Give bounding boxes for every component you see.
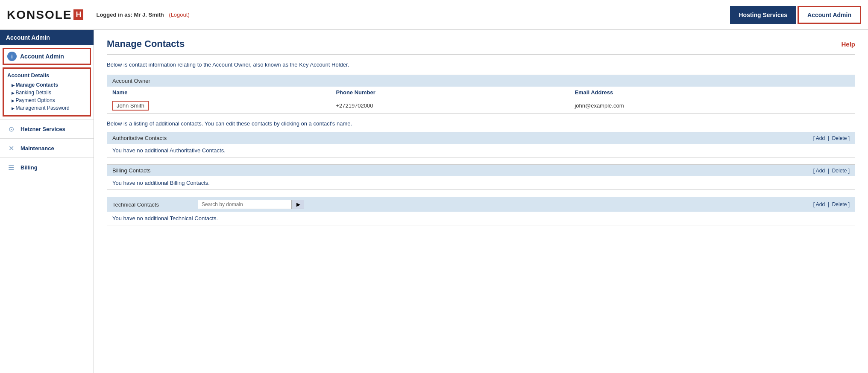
sidebar-link-banking-details[interactable]: Banking Details: [7, 89, 86, 96]
technical-actions: [ Add | Delete ]: [813, 201, 850, 207]
account-owner-table: Name Phone Number Email Address John Smi…: [107, 87, 855, 113]
page-title: Manage Contacts: [107, 38, 185, 50]
sidebar-section-billing-label: Billing: [21, 164, 38, 171]
col-email: Email Address: [569, 87, 855, 98]
sidebar-link-payment-options[interactable]: Payment Options: [7, 96, 86, 104]
login-info: Logged in as: Mr J. Smith (Logout): [96, 12, 730, 18]
logo-text: KONSOLE: [7, 8, 72, 22]
search-domain-area: ▶: [198, 200, 813, 209]
sidebar-section-maintenance-label: Maintenance: [21, 145, 54, 152]
authoritative-actions: [ Add | Delete ]: [813, 135, 850, 141]
header: KONSOLE H Logged in as: Mr J. Smith (Log…: [0, 0, 868, 30]
info-icon: i: [7, 52, 17, 61]
sidebar-header: Account Admin: [0, 30, 94, 45]
authoritative-add-link[interactable]: Add: [816, 135, 825, 141]
billing-label: Billing Contacts: [112, 167, 151, 174]
sidebar-section-hetzner-label: Hetzner Services: [21, 126, 65, 132]
intro-text: Below is contact information relating to…: [107, 61, 855, 68]
listing-text: Below is a listing of additional contact…: [107, 120, 855, 127]
col-name: Name: [107, 87, 331, 98]
technical-empty-text: You have no additional Technical Contact…: [107, 212, 855, 225]
tech-header-row: Technical Contacts ▶ [ Add | Delete ]: [112, 200, 850, 209]
billing-empty-text: You have no additional Billing Contacts.: [107, 176, 855, 189]
sidebar-account-admin-item[interactable]: i Account Admin: [3, 48, 91, 65]
logout-link[interactable]: (Logout): [169, 12, 189, 18]
account-details-section: Account Details Manage Contacts Banking …: [3, 67, 91, 117]
billing-add-link[interactable]: Add: [816, 168, 825, 174]
account-admin-button[interactable]: Account Admin: [798, 6, 861, 24]
col-phone: Phone Number: [331, 87, 569, 98]
sidebar-account-admin-label: Account Admin: [20, 53, 64, 60]
billing-icon: ☰: [6, 162, 16, 172]
billing-contacts-section: Billing Contacts [ Add | Delete ] You ha…: [107, 164, 855, 190]
logo-area: KONSOLE H: [7, 8, 83, 22]
billing-header: Billing Contacts [ Add | Delete ]: [107, 165, 855, 176]
owner-name-cell[interactable]: John Smith: [107, 98, 331, 113]
authoritative-delete-link[interactable]: Delete: [832, 135, 847, 141]
maintenance-icon: ✕: [6, 143, 16, 153]
table-row: John Smith +27219702000 john@example.com: [107, 98, 855, 113]
owner-email: john@example.com: [569, 98, 855, 113]
technical-header: Technical Contacts ▶ [ Add | Delete ]: [107, 197, 855, 212]
owner-phone: +27219702000: [331, 98, 569, 113]
header-nav: Hosting Services Account Admin: [730, 6, 861, 24]
hetzner-icon: ⊙: [6, 124, 16, 134]
user-name: Mr J. Smith: [134, 12, 164, 18]
sidebar-link-management-password[interactable]: Management Password: [7, 104, 86, 112]
technical-delete-link[interactable]: Delete: [832, 201, 847, 207]
help-link[interactable]: Help: [841, 41, 855, 48]
main-content: Manage Contacts Help Below is contact in…: [94, 30, 868, 373]
owner-name[interactable]: John Smith: [112, 101, 149, 111]
account-owner-label: Account Owner: [112, 78, 150, 84]
account-details-title: Account Details: [7, 72, 86, 79]
logo-box: H: [73, 9, 83, 20]
billing-delete-link[interactable]: Delete: [832, 168, 847, 174]
billing-actions: [ Add | Delete ]: [813, 168, 850, 174]
technical-contacts-section: Technical Contacts ▶ [ Add | Delete ] Yo…: [107, 197, 855, 225]
sidebar-section-maintenance[interactable]: ✕ Maintenance: [0, 138, 94, 157]
hosting-services-button[interactable]: Hosting Services: [730, 6, 796, 24]
search-domain-input[interactable]: [198, 200, 292, 209]
account-owner-header: Account Owner: [107, 75, 855, 87]
sidebar: Account Admin i Account Admin Account De…: [0, 30, 94, 373]
search-go-button[interactable]: ▶: [293, 200, 304, 209]
sidebar-section-hetzner[interactable]: ⊙ Hetzner Services: [0, 119, 94, 138]
technical-label: Technical Contacts: [112, 201, 198, 208]
authoritative-contacts-section: Authoritative Contacts [ Add | Delete ] …: [107, 132, 855, 157]
technical-add-link[interactable]: Add: [816, 201, 825, 207]
authoritative-header: Authoritative Contacts [ Add | Delete ]: [107, 132, 855, 144]
sidebar-link-manage-contacts[interactable]: Manage Contacts: [7, 81, 86, 89]
logged-in-label: Logged in as:: [96, 12, 132, 18]
sidebar-section-billing[interactable]: ☰ Billing: [0, 157, 94, 177]
page-header: Manage Contacts Help: [107, 38, 855, 55]
account-owner-section: Account Owner Name Phone Number Email Ad…: [107, 75, 855, 114]
authoritative-label: Authoritative Contacts: [112, 135, 167, 141]
layout: Account Admin i Account Admin Account De…: [0, 30, 868, 373]
authoritative-empty-text: You have no additional Authoritative Con…: [107, 144, 855, 157]
